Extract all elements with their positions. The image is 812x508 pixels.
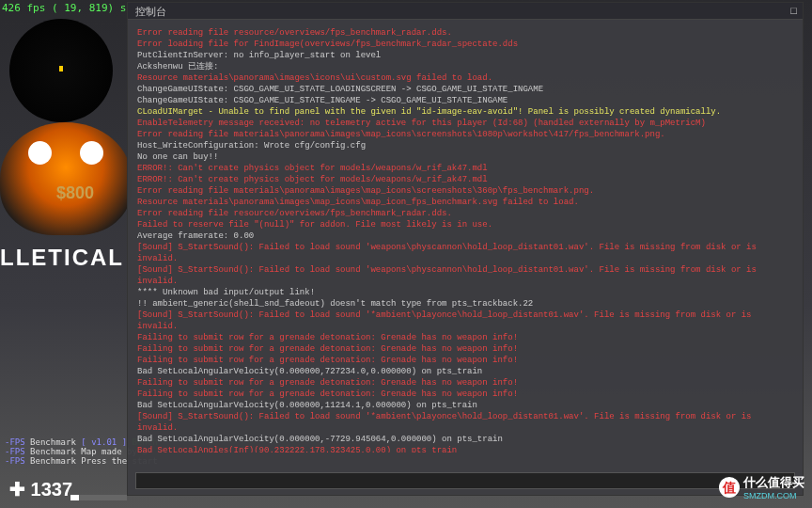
watermark-icon: 值 bbox=[719, 477, 740, 498]
console-line: !! ambient_generic(shell_snd_fadeout) do… bbox=[137, 298, 793, 310]
console-titlebar[interactable]: 控制台 □ bbox=[128, 3, 803, 20]
console-line: ChangeGameUIState: CSGO_GAME_UI_STATE_IN… bbox=[137, 95, 793, 106]
health-icon: ✚ bbox=[9, 479, 25, 500]
console-line: [Sound] S_StartSound(): Failed to load s… bbox=[137, 264, 793, 276]
radar-player-dot bbox=[59, 66, 63, 71]
console-line: Failing to submit row for a grenade deto… bbox=[137, 343, 793, 355]
health-display: ✚ 1337 bbox=[9, 478, 72, 500]
close-icon[interactable]: □ bbox=[790, 5, 797, 16]
console-line: Bad SetLocalAngles(Inf)(90.232222,178.32… bbox=[137, 445, 793, 452]
console-line: [Sound] S_StartSound(): Failed to load s… bbox=[137, 242, 793, 253]
console-input[interactable] bbox=[135, 472, 795, 489]
team-name: LLETICAL bbox=[0, 245, 124, 271]
console-line: Error reading file materials\panorama\im… bbox=[137, 185, 793, 197]
console-line: Failing to submit row for a grenade deto… bbox=[137, 332, 793, 343]
developer-console[interactable]: 控制台 □ Error reading file resource/overvi… bbox=[127, 2, 804, 496]
console-line: Failing to submit row for a grenade deto… bbox=[137, 355, 793, 366]
watermark-sub: SMZDM.COM bbox=[743, 491, 804, 500]
console-line: invalid. bbox=[137, 276, 793, 287]
console-line: [Sound] S_StartSound(): Failed to load s… bbox=[137, 411, 793, 422]
watermark-text: 什么值得买 bbox=[743, 474, 804, 491]
console-line: EnableTelemetry message received: no tel… bbox=[137, 118, 793, 129]
console-line: ERROR!: Can't create physics object for … bbox=[137, 163, 793, 174]
console-line: Average framerate: 0.00 bbox=[137, 230, 793, 242]
console-line: Bad SetLocalAngularVelocity(0.000000,727… bbox=[137, 366, 793, 377]
console-line: Error reading file resource/overviews/fp… bbox=[137, 208, 793, 219]
console-line: Bad SetLocalAngularVelocity(0.000000,112… bbox=[137, 400, 793, 411]
console-line: CLoadUIMarget - Unable to find panel wit… bbox=[137, 106, 793, 118]
console-line: Error loading file for FindImage(overvie… bbox=[137, 39, 793, 50]
console-line: ERROR!: Can't create physics object for … bbox=[137, 174, 793, 185]
radar bbox=[9, 19, 113, 122]
health-bar bbox=[70, 495, 127, 500]
console-line: ChangeGameUIState: CSGO_GAME_UI_STATE_LO… bbox=[137, 84, 793, 95]
console-line: invalid. bbox=[137, 422, 793, 434]
health-bar-fill bbox=[70, 495, 79, 500]
tiger-icon bbox=[0, 122, 132, 235]
console-line: **** Unknown bad input/output link! bbox=[137, 287, 793, 298]
console-line: [Sound] S_StartSound(): Failed to load s… bbox=[137, 310, 793, 321]
console-line: invalid. bbox=[137, 253, 793, 264]
console-line: Resource materials\panorama\images\map_i… bbox=[137, 197, 793, 208]
console-line: Resource materials\panorama\images\icons… bbox=[137, 72, 793, 84]
health-value: 1337 bbox=[31, 479, 73, 500]
console-line: Failing to submit row for a grenade deto… bbox=[137, 389, 793, 400]
console-line: Error reading file resource/overviews/fp… bbox=[137, 27, 793, 39]
console-line: No one can buy!! bbox=[137, 151, 793, 163]
console-output[interactable]: Error reading file resource/overviews/fp… bbox=[128, 20, 803, 452]
console-title-text: 控制台 bbox=[135, 6, 166, 17]
console-line: Bad SetLocalAngularVelocity(0.000000,-77… bbox=[137, 434, 793, 445]
money-display: $800 bbox=[56, 183, 94, 203]
console-line: Failing to submit row for a grenade deto… bbox=[137, 377, 793, 389]
console-line: Failed to reserve file "(null)" for addo… bbox=[137, 219, 793, 230]
console-line: Host_WriteConfiguration: Wrote cfg/confi… bbox=[137, 140, 793, 151]
console-line: PutClientInServer: no info_player_start … bbox=[137, 50, 793, 61]
console-line: Ackshenwu 已连接: bbox=[137, 61, 793, 72]
site-watermark: 值 什么值得买 SMZDM.COM bbox=[719, 474, 804, 500]
console-line: invalid. bbox=[137, 321, 793, 332]
console-line: Error reading file materials\panorama\im… bbox=[137, 129, 793, 140]
